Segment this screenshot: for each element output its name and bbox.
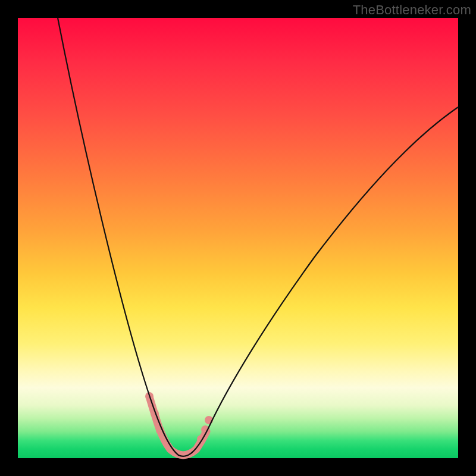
attribution-text: TheBottleneker.com [353,2,471,18]
curve-layer [18,18,458,458]
chart-stage: TheBottleneker.com [0,0,476,476]
bottleneck-curve [58,18,458,456]
plot-area [18,18,458,458]
